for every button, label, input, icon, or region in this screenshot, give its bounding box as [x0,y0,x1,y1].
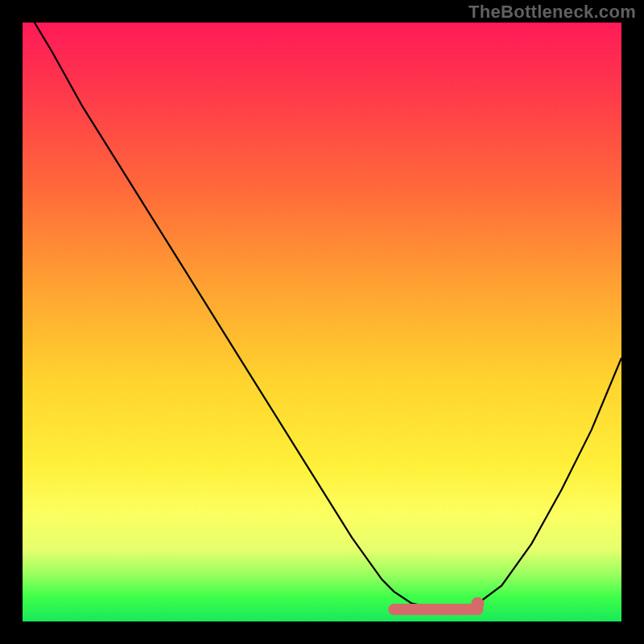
bottleneck-curve-svg [23,23,621,621]
bottleneck-curve [35,23,621,609]
plot-area [23,23,621,621]
chart-frame: TheBottleneck.com [0,0,644,644]
optimal-point-dot [471,597,484,610]
watermark-text: TheBottleneck.com [469,2,636,23]
